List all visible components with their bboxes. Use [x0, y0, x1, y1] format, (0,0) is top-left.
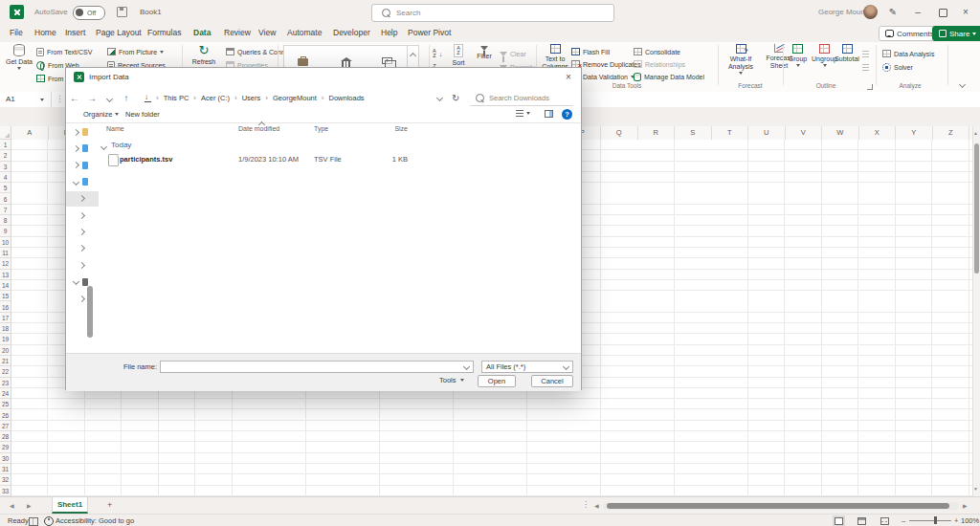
row-header-10[interactable]: 10	[0, 237, 11, 248]
new-folder-button[interactable]: New folder	[125, 110, 160, 119]
flash-fill-button[interactable]: Flash Fill	[571, 46, 610, 57]
nav-item[interactable]	[66, 141, 99, 156]
dialog-title-bar[interactable]: Import Data ×	[66, 68, 581, 87]
splitter-icon[interactable]: ⋮	[582, 500, 590, 509]
autosave-toggle[interactable]: Off	[73, 6, 105, 20]
chevron-down-icon[interactable]	[73, 278, 79, 285]
zoom-slider-knob[interactable]	[934, 516, 937, 524]
share-button[interactable]: Share	[932, 26, 980, 41]
row-header-8[interactable]: 8	[0, 215, 11, 226]
row-header-15[interactable]: 15	[0, 291, 11, 301]
hscroll-right-icon[interactable]: ▶	[963, 502, 968, 509]
refresh-icon[interactable]: ↻	[452, 93, 459, 103]
data-analysis-button[interactable]: Data Analysis	[882, 48, 934, 59]
address-dropdown-chevron-icon[interactable]	[436, 94, 443, 100]
page-break-view-button[interactable]	[880, 517, 889, 525]
nav-scrollbar-thumb[interactable]	[87, 286, 93, 338]
drag-handle-icon[interactable]: ⋮	[56, 94, 64, 103]
zoom-in-button[interactable]: +	[954, 516, 958, 525]
row-header-7[interactable]: 7	[0, 205, 11, 215]
nav-item[interactable]	[66, 224, 99, 239]
tab-help[interactable]: Help	[379, 25, 399, 42]
consolidate-button[interactable]: Consolidate	[634, 46, 680, 57]
nav-item[interactable]	[66, 191, 99, 207]
chevron-right-icon[interactable]	[78, 195, 85, 202]
close-button[interactable]: ×	[959, 6, 972, 19]
new-sheet-button[interactable]: +	[107, 500, 112, 510]
row-header-4[interactable]: 4	[0, 172, 11, 183]
scroll-up-icon[interactable]: ▲	[973, 130, 978, 136]
currency-icon[interactable]	[382, 57, 392, 64]
tab-developer[interactable]: Developer	[331, 25, 372, 42]
row-header-11[interactable]: 11	[0, 248, 11, 258]
column-header-Q[interactable]: Q	[601, 126, 638, 140]
file-name-input[interactable]	[160, 361, 474, 373]
zoom-level[interactable]: 100%	[961, 516, 979, 525]
file-name[interactable]: participants.tsv	[120, 155, 172, 164]
nav-item[interactable]	[66, 257, 99, 273]
breadcrumb-this-pc[interactable]: This PC	[164, 94, 189, 102]
row-header-20[interactable]: 20	[0, 345, 11, 356]
zoom-slider[interactable]	[909, 520, 951, 521]
breadcrumb-acer-c[interactable]: Acer (C:)	[201, 94, 230, 102]
search-input[interactable]: Search	[371, 4, 614, 22]
row-header-33[interactable]: 33	[0, 486, 11, 496]
row-header-1[interactable]: 1	[0, 140, 11, 150]
tab-review[interactable]: Review	[222, 25, 253, 42]
tab-view[interactable]: View	[256, 25, 278, 42]
preview-pane-button[interactable]	[545, 110, 553, 118]
sheet-prev-icon[interactable]: ◀	[10, 502, 14, 509]
breadcrumb-users[interactable]: Users	[242, 94, 261, 102]
avatar[interactable]	[863, 5, 878, 19]
row-header-26[interactable]: 26	[0, 410, 11, 421]
select-all-button[interactable]	[0, 126, 11, 140]
nav-item[interactable]	[66, 241, 99, 256]
scroll-down-icon[interactable]: ▼	[973, 486, 978, 492]
manage-data-model-button[interactable]: Manage Data Model	[634, 71, 704, 82]
vertical-scrollbar-thumb[interactable]	[974, 143, 979, 274]
chevron-up-icon[interactable]	[410, 53, 416, 59]
row-header-6[interactable]: 6	[0, 194, 11, 205]
organize-button[interactable]: Organize	[83, 110, 119, 119]
nav-item[interactable]	[66, 291, 99, 306]
accessibility-status[interactable]: Accessibility: Good to go	[56, 516, 134, 525]
forward-button[interactable]: →	[83, 93, 100, 103]
from-text-csv-button[interactable]: From Text/CSV	[36, 46, 92, 57]
row-header-25[interactable]: 25	[0, 399, 11, 409]
get-data-button[interactable]: Get Data	[4, 44, 34, 88]
excel-app-icon[interactable]	[10, 5, 24, 19]
row-header-12[interactable]: 12	[0, 258, 11, 269]
chevron-right-icon[interactable]	[78, 211, 85, 218]
column-header-W[interactable]: W	[822, 126, 859, 140]
chevron-right-icon[interactable]	[73, 128, 79, 135]
hscroll-left-icon[interactable]: ◀	[594, 502, 599, 509]
column-header-A[interactable]: A	[11, 126, 49, 140]
tab-home[interactable]: Home	[33, 25, 58, 42]
column-header-U[interactable]: U	[748, 126, 786, 140]
restore-button[interactable]	[939, 9, 947, 17]
chevron-right-icon[interactable]	[78, 295, 85, 301]
column-header-T[interactable]: T	[712, 126, 749, 140]
tab-automate[interactable]: Automate	[285, 25, 323, 42]
chevron-right-icon[interactable]	[78, 262, 85, 269]
column-header-V[interactable]: V	[786, 126, 823, 140]
tab-power-pivot[interactable]: Power Pivot	[406, 25, 453, 42]
column-header-Y[interactable]: Y	[896, 126, 933, 140]
column-header-X[interactable]: X	[859, 126, 897, 140]
nav-item[interactable]	[66, 158, 99, 173]
column-header-date-modified[interactable]: Date modified	[238, 125, 279, 132]
from-picture-button[interactable]: From Picture	[107, 46, 164, 57]
row-header-23[interactable]: 23	[0, 378, 11, 388]
comments-button[interactable]: Comments	[879, 26, 941, 41]
tab-formulas[interactable]: Formulas	[145, 25, 183, 42]
nav-item[interactable]	[66, 274, 99, 290]
chevron-right-icon[interactable]	[73, 162, 79, 168]
file-type-select[interactable]: All Files (*.*)	[481, 361, 573, 373]
solver-button[interactable]: Solver	[882, 61, 913, 73]
chevron-right-icon[interactable]	[73, 145, 79, 152]
stocks-icon[interactable]	[298, 58, 308, 66]
chevron-right-icon[interactable]	[78, 245, 85, 252]
group-label-today[interactable]: Today	[111, 141, 131, 149]
row-header-17[interactable]: 17	[0, 313, 11, 323]
view-mode-button[interactable]	[516, 110, 530, 117]
